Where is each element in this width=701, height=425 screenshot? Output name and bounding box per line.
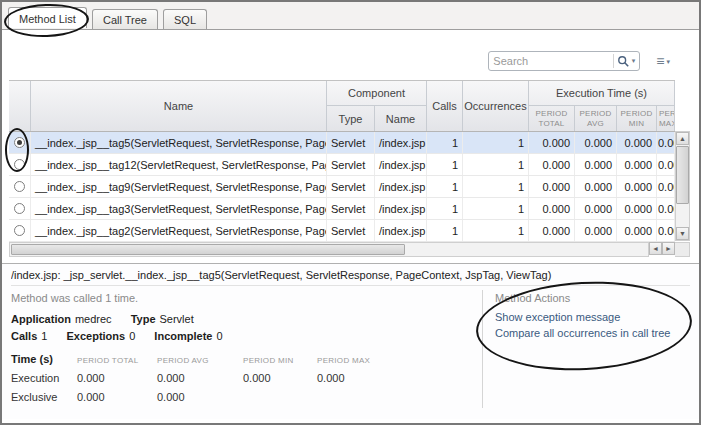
cell-period-avg: 0.000 <box>575 154 617 175</box>
cell-occurrences: 1 <box>463 220 529 241</box>
cell-period-min: 0.000 <box>617 198 657 219</box>
tab-bar: Method List Call Tree SQL <box>2 2 699 30</box>
cell-period-total: 0.000 <box>529 154 575 175</box>
cell-period-avg: 0.000 <box>575 198 617 219</box>
cell-period-max: 0.000 <box>657 154 675 175</box>
cell-period-total: 0.000 <box>529 132 575 153</box>
header-period-total[interactable]: PERIOD TOTAL <box>529 106 575 131</box>
cell-method-name: __index._jsp__tag3(ServletRequest, Servl… <box>31 198 327 219</box>
application-type-line: Applicationmedrec TypeServlet <box>11 313 482 325</box>
cell-component-name: /index.jsp <box>375 198 427 219</box>
search-box[interactable]: ▾ <box>488 51 640 71</box>
time-value: 0.000 <box>157 372 243 384</box>
method-details-left: Method was called 1 time. Applicationmed… <box>11 290 482 408</box>
cell-component-type: Servlet <box>327 154 375 175</box>
table-row[interactable]: __index._jsp__tag5(ServletRequest, Servl… <box>9 132 675 154</box>
tab-sql[interactable]: SQL <box>163 9 207 29</box>
scroll-right-icon[interactable]: ► <box>662 242 675 255</box>
header-name[interactable]: Name <box>31 81 327 131</box>
cell-period-max: 0.000 <box>657 198 675 219</box>
vertical-scrollbar[interactable]: ▲ ▼ <box>675 131 690 241</box>
calls-exceptions-line: Calls1 Exceptions0 Incomplete0 <box>11 330 482 342</box>
action-compare-occurrences[interactable]: Compare all occurrences in call tree <box>495 327 690 339</box>
calls-label: Calls <box>11 330 37 342</box>
header-occurrences[interactable]: Occurrences <box>463 81 529 131</box>
cell-period-avg: 0.000 <box>575 220 617 241</box>
row-radio-cell[interactable] <box>9 132 31 153</box>
time-value: 0.000 <box>77 391 157 403</box>
cell-component-type: Servlet <box>327 198 375 219</box>
time-row-label: Exclusive <box>11 391 77 403</box>
radio-button[interactable] <box>14 137 25 148</box>
method-signature-title: /index.jsp: _jsp_servlet.__index._jsp__t… <box>11 269 690 286</box>
cell-period-max: 0.000 <box>657 132 675 153</box>
search-input[interactable] <box>493 55 609 67</box>
table-view-menu-icon[interactable]: ≡▾ <box>656 54 670 68</box>
cell-calls: 1 <box>427 220 463 241</box>
cell-period-total: 0.000 <box>529 176 575 197</box>
tab-method-list[interactable]: Method List <box>8 7 87 28</box>
profiler-window: Method List Call Tree SQL ▾ ≡▾ Name Comp… <box>0 0 701 425</box>
vertical-scroll-thumb[interactable] <box>676 146 689 204</box>
row-radio-cell[interactable] <box>9 198 31 219</box>
header-execution-time[interactable]: Execution Time (s) <box>529 81 675 106</box>
exceptions-label: Exceptions <box>66 330 125 342</box>
scroll-down-icon[interactable]: ▼ <box>676 227 689 240</box>
action-show-exception-message[interactable]: Show exception message <box>495 311 690 323</box>
time-table-label: Time (s) <box>11 353 77 365</box>
cell-calls: 1 <box>427 132 463 153</box>
cell-period-min: 0.000 <box>617 154 657 175</box>
row-radio-cell[interactable] <box>9 176 31 197</box>
horizontal-scrollbar[interactable]: ◄ ► <box>9 242 690 257</box>
method-actions-title: Method Actions <box>495 292 690 304</box>
cell-component-name: /index.jsp <box>375 176 427 197</box>
scroll-left-icon[interactable]: ◄ <box>649 242 662 255</box>
horizontal-scroll-track[interactable] <box>9 242 649 257</box>
horizontal-scroll-thumb[interactable] <box>11 244 405 255</box>
application-label: Application <box>11 313 71 325</box>
radio-button[interactable] <box>14 203 25 214</box>
row-radio-cell[interactable] <box>9 154 31 175</box>
method-table: Name Component Type Name Calls Occurrenc… <box>9 80 692 242</box>
calls-value: 1 <box>41 330 47 342</box>
cell-method-name: __index._jsp__tag5(ServletRequest, Servl… <box>31 132 327 153</box>
header-component-type[interactable]: Type <box>327 106 375 131</box>
table-body: __index._jsp__tag5(ServletRequest, Servl… <box>9 132 675 242</box>
time-table: Time (s) PERIOD TOTAL PERIOD AVG PERIOD … <box>11 353 482 403</box>
application-value: medrec <box>75 313 112 325</box>
time-col-period-min: PERIOD MIN <box>243 356 317 365</box>
method-details-panel: /index.jsp: _jsp_servlet.__index._jsp__t… <box>2 263 699 419</box>
search-icon[interactable] <box>617 55 630 68</box>
time-col-period-max: PERIOD MAX <box>317 356 397 365</box>
table-toolbar: ▾ ≡▾ <box>9 50 692 72</box>
table-row[interactable]: __index._jsp__tag9(ServletRequest, Servl… <box>9 176 675 198</box>
cell-calls: 1 <box>427 154 463 175</box>
radio-button[interactable] <box>14 181 25 192</box>
cell-occurrences: 1 <box>463 154 529 175</box>
table-row[interactable]: __index._jsp__tag12(ServletRequest, Serv… <box>9 154 675 176</box>
header-period-min[interactable]: PERIOD MIN <box>617 106 657 131</box>
cell-period-total: 0.000 <box>529 220 575 241</box>
row-radio-cell[interactable] <box>9 220 31 241</box>
header-calls[interactable]: Calls <box>427 81 463 131</box>
cell-period-min: 0.000 <box>617 176 657 197</box>
table-row[interactable]: __index._jsp__tag2(ServletRequest, Servl… <box>9 220 675 242</box>
table-header: Name Component Type Name Calls Occurrenc… <box>9 80 675 132</box>
time-value: 0.000 <box>243 372 317 384</box>
type-label: Type <box>131 313 156 325</box>
tab-call-tree[interactable]: Call Tree <box>92 9 158 29</box>
time-col-period-total: PERIOD TOTAL <box>77 356 157 365</box>
radio-button[interactable] <box>14 159 25 170</box>
header-component[interactable]: Component <box>327 81 427 106</box>
header-period-avg[interactable]: PERIOD AVG <box>575 106 617 131</box>
header-period-max[interactable]: PERIOD MAX <box>657 106 675 131</box>
search-dropdown-icon[interactable]: ▾ <box>632 57 636 65</box>
radio-button[interactable] <box>14 225 25 236</box>
cell-occurrences: 1 <box>463 132 529 153</box>
scroll-up-icon[interactable]: ▲ <box>676 132 689 145</box>
header-component-name[interactable]: Name <box>375 106 427 131</box>
table-row[interactable]: __index._jsp__tag3(ServletRequest, Servl… <box>9 198 675 220</box>
cell-period-avg: 0.000 <box>575 132 617 153</box>
time-col-period-avg: PERIOD AVG <box>157 356 243 365</box>
cell-period-max: 0.000 <box>657 220 675 241</box>
